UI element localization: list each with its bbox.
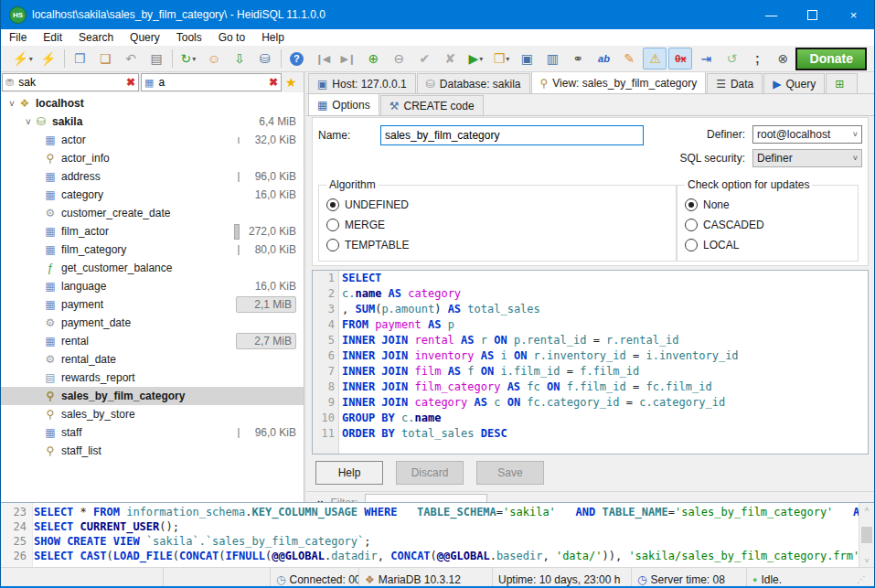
radio-temptable[interactable]: TEMPTABLE [326, 235, 668, 255]
tree-item-category[interactable]: ▦ category 16,0 KiB [1, 186, 304, 204]
print-button[interactable]: ▤ [144, 48, 168, 69]
hex-toggle-button[interactable]: 0x [668, 48, 692, 69]
load-sql-file-button[interactable]: ❒▾ [489, 48, 513, 69]
view-name-input[interactable] [380, 125, 644, 145]
session-manager-button[interactable]: ⚡▾ [11, 48, 35, 69]
tab-database[interactable]: ⛁Database: sakila [417, 73, 530, 93]
clear-database-filter-icon[interactable]: ✖ [126, 76, 135, 89]
disconnect-button[interactable]: ⚡ [37, 48, 60, 69]
radio-merge[interactable]: MERGE [326, 215, 668, 235]
save-sql-as-button[interactable]: ▥ [540, 48, 564, 69]
refresh-button[interactable]: ↻▾ [176, 48, 200, 69]
first-record-icon: ❙◀ [315, 54, 330, 64]
user-manager-button[interactable]: ☺ [202, 48, 226, 69]
close-button[interactable]: × [833, 0, 874, 29]
filter-input[interactable] [365, 494, 487, 503]
menu-edit[interactable]: Edit [35, 30, 70, 45]
tree-item-payment-date[interactable]: ⚙ payment_date [1, 314, 304, 332]
radio-none[interactable]: None [685, 195, 850, 215]
new-query-tab-button[interactable]: ⊞ [826, 73, 858, 93]
radio-local[interactable]: LOCAL [685, 235, 850, 255]
expander-icon[interactable]: ˅ [23, 117, 34, 127]
tree-item-film-actor[interactable]: ▦ film_actor 272,0 KiB [1, 222, 304, 241]
tree-item-rental-date[interactable]: ⚙ rental_date [1, 350, 304, 369]
tree-item-payment[interactable]: ▦ payment 2,1 MiB [1, 295, 304, 314]
insert-row-button[interactable]: ⊕ [361, 48, 385, 69]
tree-item-label: language [61, 280, 106, 293]
copy-button[interactable]: ❐ [68, 48, 91, 69]
tree-item-localhost[interactable]: ˅ ❖ localhost [1, 94, 304, 112]
favorites-filter-button[interactable]: ★ [285, 75, 297, 90]
tree-item-sakila[interactable]: ˅ ⛁ sakila 6,4 MiB [1, 112, 304, 131]
warnings-toggle-button[interactable]: ⚠ [643, 48, 667, 69]
maximize-button[interactable] [792, 0, 833, 29]
menu-query[interactable]: Query [122, 30, 168, 45]
tree-item-language[interactable]: ▦ language 16,0 KiB [1, 277, 304, 295]
undo-button[interactable]: ↶ [119, 48, 143, 69]
scroll-down-icon[interactable]: ˅ [864, 554, 869, 567]
menu-tools[interactable]: Tools [168, 30, 210, 45]
toolbar-grip[interactable]: ⋮⋮ [5, 54, 8, 64]
sql-export-button[interactable]: ⛁ [253, 48, 277, 69]
tree-item-staff-list[interactable]: ⚲ staff_list [1, 442, 304, 460]
post-changes-button[interactable]: ✔ [412, 48, 436, 69]
tab-host[interactable]: ▣Host: 127.0.0.1 [308, 73, 416, 93]
definer-select[interactable]: root@localhost˅ [752, 125, 862, 144]
radio-cascaded[interactable]: CASCADED [685, 215, 850, 235]
table-icon: ▦ [43, 426, 58, 439]
tree-item-sales-by-store[interactable]: ⚲ sales_by_store [1, 405, 304, 423]
last-record-button[interactable]: ▶❙ [336, 48, 359, 69]
delete-row-button[interactable]: ⊖ [387, 48, 411, 69]
resize-grip-icon[interactable]: ⋰ [857, 574, 869, 584]
execute-sql-button[interactable]: ▶▾ [464, 48, 487, 69]
tree-item-rental[interactable]: ▦ rental 2,7 MiB [1, 332, 304, 350]
tab-query[interactable]: ▶Query [763, 73, 825, 93]
tab-data[interactable]: ☰Data [707, 73, 763, 93]
tree-item-get-customer-balance[interactable]: ƒ get_customer_balance [1, 259, 304, 277]
cancel-editing-button[interactable]: ✘ [438, 48, 462, 69]
stop-query-button[interactable]: ⊗ [771, 48, 795, 69]
donate-button[interactable]: Donate [795, 48, 867, 70]
help-button[interactable]: ? [284, 48, 308, 69]
delimiter-button[interactable]: ; [745, 48, 769, 69]
minimize-button[interactable]: — [751, 0, 792, 29]
beautify-sql-button[interactable]: ✎ [617, 48, 641, 69]
menu-goto[interactable]: Go to [210, 30, 253, 45]
tree-item-size: 16,0 KiB [245, 188, 296, 201]
database-filter-input[interactable] [16, 75, 123, 90]
tree-item-sales-by-film-category[interactable]: ⚲ sales_by_film_category [1, 387, 304, 405]
tree-item-customer-create-date[interactable]: ⚙ customer_create_date [1, 204, 304, 222]
find-text-button[interactable]: ⚭ [566, 48, 590, 69]
tree-item-size: 80,0 KiB [245, 243, 296, 256]
first-record-button[interactable]: ❙◀ [310, 48, 334, 69]
save-sql-button[interactable]: ▣ [515, 48, 539, 69]
clear-table-filter-icon[interactable]: ✖ [269, 76, 278, 89]
scroll-thumb[interactable] [861, 527, 872, 543]
paste-button[interactable]: ❏ [93, 48, 117, 69]
tree-item-rewards-report[interactable]: ▤ rewards_report [1, 369, 304, 387]
export-database-button[interactable]: ⇩ [228, 48, 251, 69]
tab-options[interactable]: ▦Options [308, 93, 379, 115]
tree-item-actor[interactable]: ▦ actor 32,0 KiB [1, 131, 304, 149]
menu-search[interactable]: Search [70, 30, 122, 45]
log-scrollbar[interactable]: ˄ ˅ [859, 503, 874, 567]
sql-security-select[interactable]: Definer˅ [752, 149, 862, 167]
reformat-button[interactable]: ↺ [720, 48, 743, 69]
tree-item-address[interactable]: ▦ address 96,0 KiB [1, 167, 304, 186]
tree-item-staff[interactable]: ▦ staff 96,0 KiB [1, 423, 304, 442]
menu-file[interactable]: File [1, 30, 35, 45]
replace-text-button[interactable]: ab [592, 48, 615, 69]
view-select-code-editor[interactable]: 1SELECT 2c.name AS category 3, SUM(p.amo… [312, 270, 869, 454]
radio-undefined[interactable]: UNDEFINED [326, 195, 668, 215]
tree-item-film-category[interactable]: ▦ film_category 80,0 KiB [1, 241, 304, 259]
help-button[interactable]: Help [315, 461, 383, 485]
tree-item-label: sakila [52, 115, 82, 128]
tab-view[interactable]: ⚲View: sales_by_film_category [531, 72, 707, 93]
scroll-up-icon[interactable]: ˄ [864, 503, 869, 516]
expander-icon[interactable]: ˅ [6, 99, 17, 109]
tree-item-actor-info[interactable]: ⚲ actor_info [1, 149, 304, 167]
follow-foreign-key-button[interactable]: ⇥ [694, 48, 718, 69]
tab-create-code[interactable]: ⚒CREATE code [380, 95, 484, 115]
menu-help[interactable]: Help [253, 30, 293, 45]
table-filter-input[interactable] [156, 75, 266, 90]
